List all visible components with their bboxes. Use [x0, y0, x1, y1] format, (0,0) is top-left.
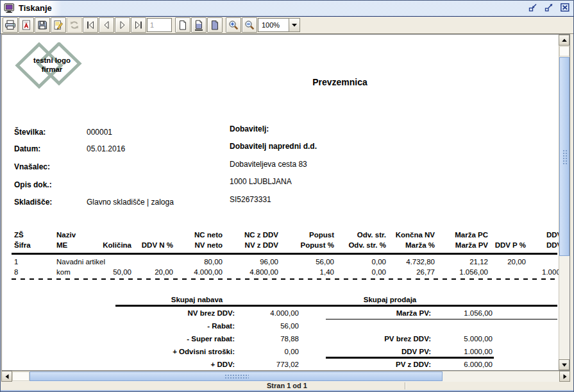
scroll-down-button[interactable] [559, 359, 570, 370]
zoom-level-field[interactable]: 100% [258, 18, 289, 32]
close-button[interactable] [561, 3, 570, 12]
field-value: 000001 [87, 128, 112, 137]
field-label: Skladišče: [14, 198, 52, 207]
summary-sales-title: Skupaj prodaja [364, 296, 416, 303]
summary-value: 4.000,00 [248, 309, 299, 317]
company-logo: testni logo firmar [12, 42, 84, 92]
summary-label: - Rabat: [115, 322, 235, 330]
report-page: testni logo firmar Prevzemnica Številka:… [2, 35, 559, 370]
zoom-dropdown-button[interactable] [289, 18, 300, 32]
refresh-icon [69, 20, 80, 30]
zoom-out-button[interactable] [242, 17, 257, 33]
arrow-up-icon [562, 38, 567, 42]
table-header-cut-column: DDV [546, 231, 559, 239]
svg-text:firmar: firmar [42, 65, 63, 73]
page-status-text: Stran 1 od 1 [267, 382, 307, 389]
supplier-city: 1000 LJUBLJANA [230, 177, 292, 186]
restore-window-button[interactable] [528, 3, 537, 12]
next-page-icon [117, 20, 128, 30]
page-width-icon [194, 20, 204, 31]
window-title: Tiskanje [19, 3, 52, 13]
summary-total-rule [326, 357, 494, 359]
page-blank-icon [178, 20, 188, 31]
edit-report-icon [53, 20, 63, 30]
export-pdf-button[interactable] [19, 17, 34, 33]
supplier-name: Dobavitelj napredni d.d. [230, 142, 317, 151]
field-value: Glavno skladišče | zaloga [87, 198, 174, 207]
summary-label: Marža PV: [326, 309, 431, 317]
zoom-in-icon [228, 20, 239, 30]
chevron-down-icon [292, 23, 297, 27]
arrow-left-icon [5, 374, 9, 379]
horizontal-scroll-thumb[interactable] [30, 371, 443, 381]
field-label: Vnašalec: [14, 162, 50, 171]
last-page-button[interactable] [131, 17, 146, 33]
summary-value: 1.000,00 [441, 348, 493, 355]
maximize-window-button[interactable] [544, 3, 553, 12]
summary-heading-rule [115, 305, 557, 307]
save-icon [37, 20, 47, 30]
first-page-button[interactable] [83, 17, 98, 33]
field-label: Datum: [14, 144, 40, 153]
summary-label: - Super rabat: [115, 335, 235, 343]
edit-report-button[interactable] [51, 17, 66, 33]
summary-label: PV brez DDV: [326, 335, 431, 343]
supplier-address: Dobaviteljeva cesta 83 [230, 160, 307, 169]
summary-value: 6.000,00 [441, 361, 493, 368]
thumb-gripper [562, 149, 568, 165]
preview-pane: testni logo firmar Prevzemnica Številka:… [1, 34, 570, 371]
summary-value: 1.056,00 [441, 309, 493, 317]
table-header-cut-column: DDV [546, 241, 559, 249]
table-row: 1Navadni artikel80,0096,0056,000,004.732… [12, 258, 526, 268]
whole-page-icon [210, 20, 220, 31]
whole-page-view-button[interactable] [207, 17, 223, 33]
prev-page-button[interactable] [99, 17, 114, 33]
app-icon [4, 3, 15, 13]
page-number-input[interactable] [147, 18, 172, 32]
summary-label: + Odvisni stroški: [115, 348, 235, 355]
field-value: 05.01.2016 [87, 144, 125, 153]
vertical-scrollbar[interactable] [559, 35, 570, 370]
window-bottom-edge [1, 390, 573, 391]
summary-purchase-title: Skupaj nabava [171, 296, 223, 303]
print-button[interactable] [3, 17, 18, 33]
zoom-out-icon [244, 20, 255, 30]
last-page-icon [133, 20, 144, 30]
titlebar[interactable]: Tiskanje [1, 1, 573, 17]
scroll-left-button[interactable] [1, 371, 12, 382]
summary-label: + DDV: [115, 361, 235, 368]
table-header-rule [12, 253, 557, 255]
document-title: Prevzemnica [312, 77, 367, 87]
table-row: 8kom50,0020,004.000,004.800,001,400,0026… [12, 268, 526, 278]
summary-value: 0,00 [248, 348, 299, 355]
field-label: Številka: [14, 128, 46, 137]
summary-label: NV brez DDV: [115, 309, 235, 317]
scroll-right-button[interactable] [559, 371, 570, 382]
horizontal-scrollbar[interactable] [1, 371, 570, 382]
scroll-up-button[interactable] [559, 35, 570, 46]
export-pdf-icon [21, 20, 31, 30]
refresh-button [67, 17, 82, 33]
next-page-button[interactable] [115, 17, 130, 33]
summary-value: 78,88 [248, 335, 299, 343]
summary-label: PV z DDV: [326, 361, 431, 368]
page-blank-view-button[interactable] [175, 17, 190, 33]
zoom-in-button[interactable] [226, 17, 241, 33]
statusbar: Stran 1 od 1 [1, 382, 573, 390]
summary-value: 5.000,00 [441, 335, 493, 343]
field-label: Opis dok.: [14, 180, 52, 189]
save-button[interactable] [35, 17, 50, 33]
prev-page-icon [101, 20, 112, 30]
page-width-view-button[interactable] [191, 17, 207, 33]
scrollbar-segment[interactable] [559, 46, 570, 56]
scrollbar-segment[interactable] [12, 371, 30, 381]
table-header-row-1: ZŠNazivNC netoNC z DDVPopustOdv. str.Kon… [12, 231, 526, 241]
toolbar: 100% [1, 17, 573, 34]
statusbar-divider [405, 382, 405, 389]
first-page-icon [85, 20, 96, 30]
summary-value: 773,02 [248, 361, 299, 368]
arrow-right-icon [563, 374, 567, 379]
vertical-scroll-thumb[interactable] [559, 57, 570, 256]
supplier-vat: SI52673331 [230, 195, 271, 204]
supplier-label: Dobavitelj: [230, 124, 269, 133]
